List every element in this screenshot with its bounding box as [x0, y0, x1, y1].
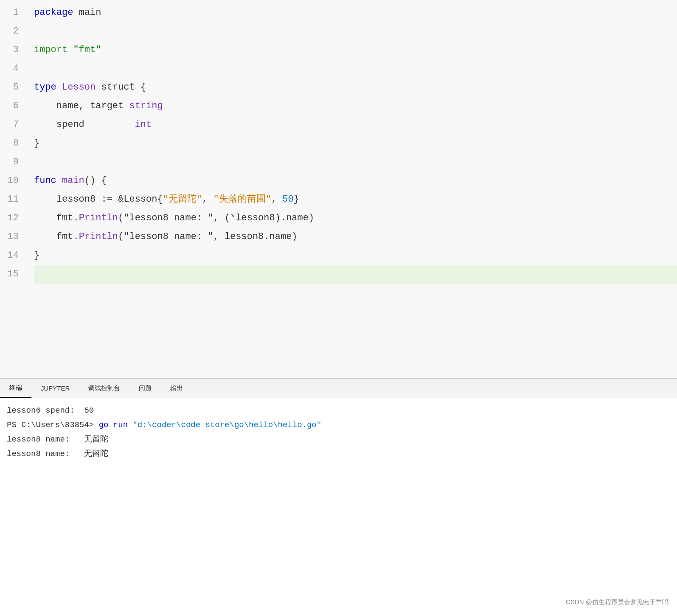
code-line: spend int	[34, 115, 677, 134]
code-token: type	[34, 78, 62, 97]
code-content[interactable]: package mainimport "fmt"type Lesson stru…	[25, 0, 677, 378]
terminal-string: "d:\coder\code store\go\hello\hello.go"	[132, 418, 321, 432]
code-line: import "fmt"	[34, 41, 677, 59]
code-token: int	[135, 115, 152, 134]
line-number: 5	[0, 78, 19, 97]
code-token: fmt.	[34, 209, 79, 228]
terminal-tabs: 终端JUPYTER调试控制台问题输出	[0, 379, 677, 398]
code-token: ("lesson8 name: ", (*lesson8).name)	[118, 209, 314, 228]
code-line: lesson8 := &Lesson{"无留陀", "失落的苗圃", 50}	[34, 190, 677, 209]
line-numbers: 123456789101112131415	[0, 0, 25, 378]
code-token: }	[294, 190, 299, 209]
code-line: func main() {	[34, 172, 677, 190]
terminal-tab-输出[interactable]: 输出	[161, 379, 192, 398]
watermark: CSDN @仿生程序员会梦见电子羊吗	[566, 595, 669, 609]
code-token: () {	[84, 172, 107, 190]
terminal-line: lesson6 spend: 50	[7, 403, 670, 418]
line-number: 7	[0, 115, 19, 134]
code-line	[34, 59, 677, 78]
code-token: "无留陀"	[163, 190, 202, 209]
code-token: ,	[271, 190, 282, 209]
code-token: main	[79, 3, 101, 22]
code-token: name, target	[34, 97, 129, 115]
code-token: fmt.	[34, 228, 79, 246]
code-token: Lesson	[62, 78, 96, 97]
terminal-tab-调试控制台[interactable]: 调试控制台	[79, 379, 129, 398]
code-line	[34, 153, 677, 172]
terminal-cmd: go run	[99, 418, 133, 432]
terminal-area[interactable]: lesson6 spend: 50PS C:\Users\83854> go r…	[0, 398, 677, 616]
code-token: string	[129, 97, 163, 115]
code-line: package main	[34, 3, 677, 22]
code-token: 50	[282, 190, 293, 209]
code-container: 123456789101112131415 package mainimport…	[0, 0, 677, 378]
editor-area: 123456789101112131415 package mainimport…	[0, 0, 677, 378]
code-token: "fmt"	[73, 41, 101, 59]
code-line	[34, 22, 677, 41]
code-token: "失落的苗圃"	[213, 190, 271, 209]
code-token: }	[34, 246, 39, 265]
terminal-prompt: PS C:\Users\83854>	[7, 418, 99, 432]
code-line: name, target string	[34, 97, 677, 115]
code-line: fmt.Println("lesson8 name: ", lesson8.na…	[34, 228, 677, 246]
line-number: 4	[0, 59, 19, 78]
code-token: spend	[34, 115, 135, 134]
bottom-panel: 终端JUPYTER调试控制台问题输出 lesson6 spend: 50PS C…	[0, 378, 677, 616]
line-number: 12	[0, 209, 19, 228]
code-token: ,	[202, 190, 213, 209]
code-line	[34, 265, 677, 284]
terminal-tab-jupyter[interactable]: JUPYTER	[31, 379, 79, 398]
terminal-tab-问题[interactable]: 问题	[129, 379, 161, 398]
code-token: import	[34, 41, 73, 59]
code-line: fmt.Println("lesson8 name: ", (*lesson8)…	[34, 209, 677, 228]
code-token: func	[34, 172, 62, 190]
code-token: package	[34, 3, 79, 22]
line-number: 10	[0, 172, 19, 190]
code-line: type Lesson struct {	[34, 78, 677, 97]
line-number: 15	[0, 265, 19, 284]
terminal-line: lesson8 name: 无留陀	[7, 447, 670, 461]
code-line: }	[34, 134, 677, 153]
line-number: 14	[0, 246, 19, 265]
line-number: 1	[0, 3, 19, 22]
code-token: main	[62, 172, 84, 190]
code-token: }	[34, 134, 39, 153]
terminal-tab-终端[interactable]: 终端	[0, 379, 31, 398]
line-number: 3	[0, 41, 19, 59]
code-token: Println	[79, 228, 118, 246]
line-number: 6	[0, 97, 19, 115]
code-token: ("lesson8 name: ", lesson8.name)	[118, 228, 297, 246]
line-number: 8	[0, 134, 19, 153]
line-number: 11	[0, 190, 19, 209]
line-number: 9	[0, 153, 19, 172]
code-token: struct {	[96, 78, 146, 97]
terminal-line: PS C:\Users\83854> go run "d:\coder\code…	[7, 418, 670, 432]
code-line: }	[34, 246, 677, 265]
terminal-line: lesson8 name: 无留陀	[7, 432, 670, 447]
code-token: lesson8 := &Lesson{	[34, 190, 163, 209]
line-number: 2	[0, 22, 19, 41]
line-number: 13	[0, 228, 19, 246]
code-token: Println	[79, 209, 118, 228]
